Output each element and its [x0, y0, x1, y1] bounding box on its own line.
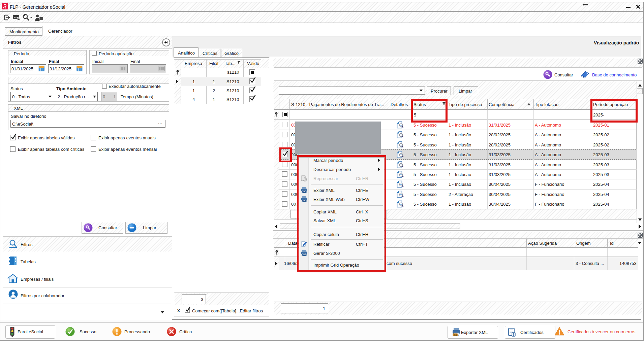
- svg-text:XML: XML: [453, 334, 457, 336]
